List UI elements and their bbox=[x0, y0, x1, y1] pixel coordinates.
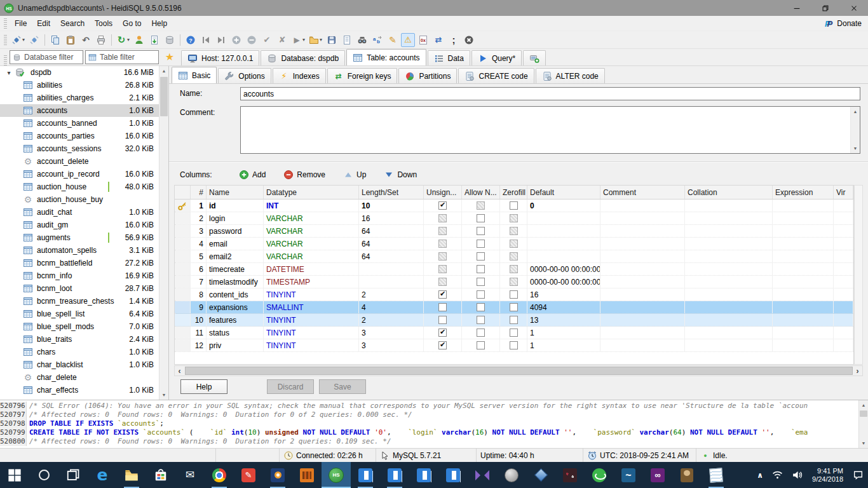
volume-icon[interactable] bbox=[787, 462, 807, 488]
round-app-icon[interactable] bbox=[497, 462, 526, 488]
post-changes-button[interactable]: ✔ bbox=[260, 33, 274, 47]
undo-button[interactable]: ↶ bbox=[79, 33, 93, 47]
allow-null-checkbox[interactable] bbox=[477, 303, 485, 311]
tab-host-127-0-0-1[interactable]: Host: 127.0.0.1 bbox=[181, 50, 259, 65]
column-header-name[interactable]: Name bbox=[207, 186, 264, 199]
window-app-icon[interactable] bbox=[380, 462, 409, 488]
column-header-allow-n[interactable]: Allow N... bbox=[462, 186, 500, 199]
tree-table-bcnm-loot[interactable]: bcnm_loot28.7 KiB bbox=[0, 282, 159, 295]
scroll-down-icon[interactable]: ▼ bbox=[159, 390, 168, 400]
task-view-button[interactable] bbox=[58, 462, 88, 488]
tree-table-accounts-banned[interactable]: accounts_banned1.0 KiB bbox=[0, 117, 159, 130]
chrome-icon[interactable] bbox=[205, 462, 234, 488]
zerofill-checkbox[interactable] bbox=[510, 329, 518, 337]
last-row-button[interactable] bbox=[214, 33, 228, 47]
refresh-button[interactable]: ↻▾ bbox=[115, 33, 131, 47]
zerofill-checkbox[interactable] bbox=[510, 201, 518, 210]
media-app-icon[interactable] bbox=[263, 462, 292, 488]
copy-button[interactable] bbox=[48, 33, 62, 47]
user-manager-button[interactable] bbox=[132, 33, 146, 47]
execute-sql-button[interactable]: ▶▾ bbox=[290, 33, 306, 47]
unsigned-checkbox[interactable] bbox=[438, 303, 447, 311]
save-sql-button[interactable] bbox=[325, 33, 339, 47]
disconnect-button[interactable] bbox=[27, 33, 41, 47]
tree-table-bcnm-battlefield[interactable]: bcnm_battlefield27.2 KiB bbox=[0, 257, 159, 269]
column-header-[interactable]: # bbox=[191, 186, 207, 199]
insert-row-button[interactable] bbox=[229, 33, 243, 47]
tree-database-dspdb[interactable]: ▾dspdb16.6 MiB bbox=[0, 66, 159, 79]
tab-create-code[interactable]: CREATE code bbox=[458, 68, 534, 83]
heidisql-icon[interactable]: HS bbox=[322, 462, 351, 488]
tab-query[interactable]: Query* bbox=[471, 50, 522, 65]
tree-table-accounts-parties[interactable]: accounts_parties16.0 KiB bbox=[0, 130, 159, 142]
discard-button[interactable]: Discard bbox=[267, 379, 314, 394]
edit-inline-button[interactable]: ✎ bbox=[386, 33, 400, 47]
add-column-button[interactable]: Add bbox=[239, 170, 266, 180]
tab-alter-code[interactable]: ALTER code bbox=[536, 68, 605, 83]
up-column-button[interactable]: Up bbox=[343, 170, 366, 180]
character-app-icon[interactable] bbox=[672, 462, 702, 488]
tree-table-account-delete[interactable]: ⚙account_delete bbox=[0, 155, 159, 168]
zerofill-checkbox[interactable] bbox=[510, 290, 518, 299]
unsigned-checkbox[interactable] bbox=[438, 341, 447, 349]
tree-table-char-delete[interactable]: ⚙char_delete bbox=[0, 371, 159, 384]
grid-vertical-scrollbar[interactable] bbox=[854, 185, 863, 365]
table-filter-input[interactable]: Table filter bbox=[85, 50, 159, 64]
grid-row-features[interactable]: 10featuresTINYINT213 bbox=[175, 314, 853, 327]
zerofill-checkbox[interactable] bbox=[510, 303, 518, 311]
tree-table-audit-gm[interactable]: audit_gm16.0 KiB bbox=[0, 219, 159, 231]
zerofill-checkbox[interactable] bbox=[510, 341, 518, 349]
save-button[interactable]: Save bbox=[319, 379, 366, 394]
first-row-button[interactable] bbox=[199, 33, 213, 47]
wifi-icon[interactable] bbox=[768, 462, 787, 488]
down-column-button[interactable]: Down bbox=[384, 170, 417, 180]
start-button[interactable] bbox=[0, 462, 29, 488]
help-button[interactable]: ? bbox=[184, 33, 198, 47]
menu-help[interactable]: Help bbox=[146, 17, 172, 30]
game-app-icon[interactable] bbox=[292, 462, 322, 488]
allow-null-checkbox[interactable] bbox=[477, 278, 485, 286]
grid-row-email2[interactable]: 5email2VARCHAR64 bbox=[175, 250, 853, 263]
semicolon-delimiter-button[interactable]: ; bbox=[447, 33, 461, 47]
delete-row-button[interactable] bbox=[245, 33, 259, 47]
help-button[interactable]: Help bbox=[180, 379, 227, 394]
tree-table-accounts[interactable]: accounts1.0 KiB bbox=[0, 104, 159, 117]
column-header-vir[interactable]: Vir bbox=[834, 186, 853, 199]
tree-table-blue-spell-mods[interactable]: blue_spell_mods7.0 KiB bbox=[0, 320, 159, 333]
store-icon[interactable] bbox=[146, 462, 175, 488]
grid-row-timecreate[interactable]: 6timecreateDATETIME0000-00-00 00:00:00 bbox=[175, 263, 853, 276]
toolbar-grip[interactable] bbox=[4, 35, 7, 45]
menu-edit[interactable]: Edit bbox=[32, 17, 55, 30]
comment-scrollbar[interactable]: ▲ ▼ bbox=[850, 107, 860, 153]
minimize-button[interactable] bbox=[782, 0, 811, 16]
column-header-default[interactable]: Default bbox=[527, 186, 600, 199]
allow-null-checkbox[interactable] bbox=[477, 329, 485, 337]
dropdown-arrow-icon[interactable]: ▾ bbox=[302, 37, 305, 43]
allow-null-checkbox[interactable] bbox=[477, 290, 485, 299]
menu-tools[interactable]: Tools bbox=[90, 17, 118, 30]
purple-app-icon[interactable]: ∞ bbox=[643, 462, 672, 488]
sql-warnings-button[interactable]: ⚠ bbox=[401, 33, 415, 47]
tabrow-grip[interactable] bbox=[4, 55, 7, 65]
grid-row-login[interactable]: 2loginVARCHAR16 bbox=[175, 212, 853, 225]
tree-table-char-blacklist[interactable]: char_blacklist1.0 KiB bbox=[0, 358, 159, 371]
menu-file[interactable]: File bbox=[10, 17, 32, 30]
export-grid-rows-button[interactable] bbox=[340, 33, 354, 47]
tree-table-bcnm-info[interactable]: bcnm_info16.9 KiB bbox=[0, 269, 159, 282]
hex-view-button[interactable]: 0x bbox=[416, 33, 430, 47]
allow-null-checkbox[interactable] bbox=[477, 214, 485, 222]
action-center-button[interactable] bbox=[848, 462, 868, 488]
tree-table-audit-chat[interactable]: audit_chat1.0 KiB bbox=[0, 206, 159, 219]
grid-row-id[interactable]: 1idINT100 bbox=[175, 200, 853, 212]
tree-table-char-effects[interactable]: char_effects1.0 KiB bbox=[0, 384, 159, 396]
allow-null-checkbox[interactable] bbox=[477, 240, 485, 248]
hidden-icons-button[interactable]: ∧ bbox=[752, 462, 768, 488]
tree-table-account-ip-record[interactable]: account_ip_record16.0 KiB bbox=[0, 168, 159, 180]
print-button[interactable] bbox=[94, 33, 108, 47]
grid-row-content-ids[interactable]: 8content_idsTINYINT216 bbox=[175, 288, 853, 301]
tree-table-chars[interactable]: chars1.0 KiB bbox=[0, 346, 159, 358]
tab-data[interactable]: Data bbox=[428, 50, 470, 65]
column-header-collation[interactable]: Collation bbox=[685, 186, 773, 199]
column-header-length-set[interactable]: Length/Set bbox=[359, 186, 424, 199]
session-manager-button[interactable]: ▾ bbox=[10, 33, 26, 47]
